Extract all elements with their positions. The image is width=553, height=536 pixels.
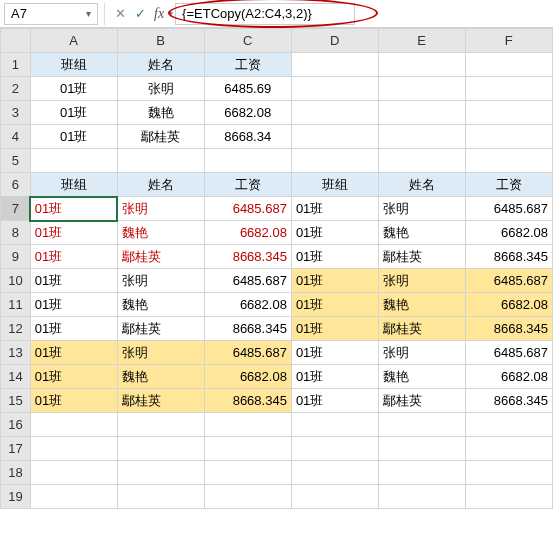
cell[interactable]: 6682.08 xyxy=(204,101,291,125)
cell[interactable]: 6485.687 xyxy=(465,341,552,365)
cell[interactable]: 01班 xyxy=(30,269,117,293)
cell[interactable]: 张明 xyxy=(117,197,204,221)
cell[interactable] xyxy=(378,461,465,485)
cell[interactable] xyxy=(117,461,204,485)
cell[interactable]: 6682.08 xyxy=(465,293,552,317)
cell[interactable] xyxy=(291,149,378,173)
cell[interactable]: 6485.687 xyxy=(204,269,291,293)
row-header[interactable]: 11 xyxy=(1,293,31,317)
cell[interactable]: 8668.345 xyxy=(465,389,552,413)
cell[interactable] xyxy=(465,485,552,509)
cell[interactable]: 01班 xyxy=(291,341,378,365)
col-header[interactable]: D xyxy=(291,29,378,53)
cell[interactable] xyxy=(291,125,378,149)
row-header[interactable]: 9 xyxy=(1,245,31,269)
row-header[interactable]: 8 xyxy=(1,221,31,245)
cell[interactable] xyxy=(204,413,291,437)
cell[interactable]: 鄢桂英 xyxy=(117,125,204,149)
cell[interactable]: 张明 xyxy=(117,341,204,365)
cell[interactable]: 张明 xyxy=(117,77,204,101)
row-header[interactable]: 18 xyxy=(1,461,31,485)
fx-icon[interactable]: fx xyxy=(150,6,168,22)
cell[interactable]: 6485.687 xyxy=(465,197,552,221)
select-all-corner[interactable] xyxy=(1,29,31,53)
row-header[interactable]: 14 xyxy=(1,365,31,389)
cell[interactable]: 张明 xyxy=(378,341,465,365)
cell[interactable] xyxy=(465,77,552,101)
cell[interactable]: 8668.345 xyxy=(465,317,552,341)
row-header[interactable]: 17 xyxy=(1,437,31,461)
cell[interactable] xyxy=(30,437,117,461)
cell[interactable] xyxy=(465,125,552,149)
cell[interactable] xyxy=(117,149,204,173)
cell[interactable]: 01班 xyxy=(291,389,378,413)
row-header[interactable]: 1 xyxy=(1,53,31,77)
cell[interactable]: 01班 xyxy=(291,293,378,317)
cell[interactable]: 8668.34 xyxy=(204,125,291,149)
row-header[interactable]: 12 xyxy=(1,317,31,341)
cell[interactable]: 姓名 xyxy=(117,173,204,197)
accept-icon[interactable]: ✓ xyxy=(130,3,150,25)
cell[interactable]: 工资 xyxy=(204,53,291,77)
cell[interactable] xyxy=(204,437,291,461)
cell[interactable] xyxy=(291,413,378,437)
cell[interactable]: 01班 xyxy=(30,389,117,413)
cell[interactable]: 8668.345 xyxy=(204,245,291,269)
cell[interactable]: 班组 xyxy=(30,173,117,197)
row-header[interactable]: 7 xyxy=(1,197,31,221)
spreadsheet-grid[interactable]: A B C D E F 1 班组 姓名 工资 2 01班 张明 6485.69 … xyxy=(0,28,553,509)
row-header[interactable]: 16 xyxy=(1,413,31,437)
cell[interactable]: 工资 xyxy=(204,173,291,197)
col-header[interactable]: C xyxy=(204,29,291,53)
cell[interactable] xyxy=(465,149,552,173)
cell[interactable]: 01班 xyxy=(30,101,117,125)
cell[interactable]: 01班 xyxy=(30,221,117,245)
cell[interactable]: 6485.687 xyxy=(204,197,291,221)
cell[interactable]: 张明 xyxy=(378,269,465,293)
cell[interactable] xyxy=(378,149,465,173)
row-header[interactable]: 19 xyxy=(1,485,31,509)
cell[interactable]: 6682.08 xyxy=(465,221,552,245)
row-header[interactable]: 15 xyxy=(1,389,31,413)
cell[interactable]: 01班 xyxy=(30,77,117,101)
cell[interactable] xyxy=(378,413,465,437)
cell[interactable]: 6485.687 xyxy=(204,341,291,365)
cell[interactable]: 8668.345 xyxy=(465,245,552,269)
cell[interactable] xyxy=(204,485,291,509)
cell[interactable]: 8668.345 xyxy=(204,389,291,413)
cell[interactable] xyxy=(291,53,378,77)
cell[interactable]: 鄢桂英 xyxy=(117,317,204,341)
cell[interactable]: 6682.08 xyxy=(204,221,291,245)
cell[interactable] xyxy=(378,101,465,125)
cell[interactable]: 魏艳 xyxy=(117,293,204,317)
cell[interactable] xyxy=(117,437,204,461)
cell[interactable] xyxy=(291,101,378,125)
cell[interactable]: 01班 xyxy=(30,245,117,269)
cell[interactable] xyxy=(378,437,465,461)
name-box[interactable]: A7 ▾ xyxy=(4,3,98,25)
cell[interactable] xyxy=(291,485,378,509)
row-header[interactable]: 2 xyxy=(1,77,31,101)
cell[interactable]: 魏艳 xyxy=(117,101,204,125)
cell[interactable]: 鄢桂英 xyxy=(378,245,465,269)
cell[interactable]: 01班 xyxy=(291,269,378,293)
cell[interactable]: 01班 xyxy=(291,317,378,341)
cell[interactable] xyxy=(291,77,378,101)
cell[interactable]: 鄢桂英 xyxy=(117,245,204,269)
cell[interactable]: 鄢桂英 xyxy=(378,389,465,413)
cell[interactable] xyxy=(291,437,378,461)
cell[interactable]: 张明 xyxy=(378,197,465,221)
cell[interactable]: 魏艳 xyxy=(117,365,204,389)
cell[interactable]: 6682.08 xyxy=(465,365,552,389)
cell[interactable]: 鄢桂英 xyxy=(117,389,204,413)
cell[interactable]: 6485.687 xyxy=(465,269,552,293)
cell[interactable] xyxy=(378,53,465,77)
cell[interactable] xyxy=(465,101,552,125)
row-header[interactable]: 13 xyxy=(1,341,31,365)
cell[interactable] xyxy=(30,413,117,437)
cell[interactable]: 01班 xyxy=(30,317,117,341)
cell[interactable] xyxy=(204,461,291,485)
cell[interactable]: 01班 xyxy=(30,293,117,317)
cell[interactable] xyxy=(465,437,552,461)
col-header[interactable]: A xyxy=(30,29,117,53)
